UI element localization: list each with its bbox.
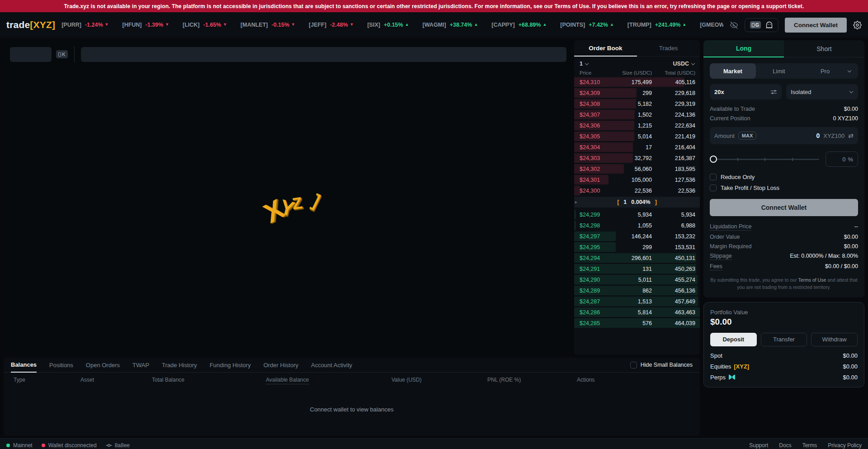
- ticker-item[interactable]: [TRUMP] +241.49% ▲: [627, 22, 686, 28]
- ticker-item[interactable]: [SIX] +0.15% ▲: [367, 22, 409, 28]
- order-type-tab[interactable]: Limit: [756, 63, 802, 79]
- market-search-input[interactable]: [10, 47, 52, 62]
- ticker-item[interactable]: [JEFF] -2.48% ▼: [309, 22, 354, 28]
- option-row[interactable]: Take Profit / Stop Loss: [710, 184, 858, 191]
- wallet-status[interactable]: Wallet disconnected: [42, 442, 97, 449]
- chart-canvas[interactable]: X Y Z ]: [4, 62, 572, 355]
- option-checkbox[interactable]: [710, 174, 717, 180]
- amount-input[interactable]: Amount MAX 0 XYZ100 ⇄: [710, 127, 858, 144]
- phantom-ghost-icon[interactable]: [765, 21, 773, 29]
- ticker-item[interactable]: [GMEOW] -0.74% ▼: [700, 22, 723, 28]
- network-status[interactable]: Mainnet: [6, 442, 33, 449]
- ticker-item[interactable]: [LICK] -1.65% ▼: [183, 22, 227, 28]
- ask-row[interactable]: $24,309 299 229,618: [574, 88, 700, 98]
- bottom-tab[interactable]: Trade History: [162, 358, 197, 373]
- side-tab[interactable]: Short: [784, 40, 864, 57]
- ticker-item[interactable]: [MANLET] -0.15% ▼: [241, 22, 295, 28]
- region-restriction-banner: Trade.xyz is not available in your regio…: [0, 0, 868, 12]
- terms-of-use-link[interactable]: Terms of Use: [798, 277, 826, 283]
- bid-row[interactable]: $24,289 862 456,136: [574, 286, 700, 295]
- hide-small-balances-toggle[interactable]: Hide Small Balances: [630, 362, 693, 369]
- bottom-tab[interactable]: Funding History: [210, 358, 251, 373]
- bottom-tab[interactable]: Balances: [11, 358, 37, 373]
- bid-row[interactable]: $24,299 5,934 5,934: [574, 210, 700, 219]
- spread-row[interactable]: ▸ [ 1 0.004% ]: [574, 197, 700, 208]
- ask-row[interactable]: $24,303 32,792 216,387: [574, 153, 700, 163]
- ask-row[interactable]: $24,305 5,014 221,419: [574, 132, 700, 141]
- bid-row[interactable]: $24,297 146,244 153,232: [574, 232, 700, 241]
- unit-value: USDC: [673, 61, 689, 67]
- chevron-down-icon[interactable]: [848, 69, 851, 72]
- percent-input[interactable]: 0 %: [826, 151, 858, 167]
- ticker-item[interactable]: [POINTS] +7.42% ▲: [560, 22, 614, 28]
- bid-total: 455,274: [652, 277, 695, 283]
- bottom-tab[interactable]: Positions: [49, 358, 73, 373]
- wallet-providers[interactable]: G: [745, 18, 778, 32]
- bottom-tabs: Balances Positions Open Orders TWAP Trad…: [4, 358, 700, 373]
- ask-row[interactable]: $24,300 22,536 22,536: [574, 186, 700, 195]
- side-tab[interactable]: Long: [703, 40, 784, 57]
- market-info-bar[interactable]: [81, 47, 566, 62]
- info-row: Current Position 0 XYZ100: [710, 115, 858, 122]
- option-row[interactable]: Reduce Only: [710, 174, 858, 180]
- max-button[interactable]: MAX: [738, 132, 756, 140]
- bid-row[interactable]: $24,287 1,513 457,649: [574, 297, 700, 306]
- ask-row[interactable]: $24,302 56,060 183,595: [574, 164, 700, 174]
- ticker-item[interactable]: [CAPPY] +68.89% ▲: [491, 22, 547, 28]
- bid-row[interactable]: $24,298 1,055 6,988: [574, 221, 700, 230]
- app-logo[interactable]: trade[XYZ]: [6, 19, 55, 30]
- footer-link[interactable]: Docs: [779, 442, 791, 449]
- order-type-tab[interactable]: Market: [710, 63, 756, 79]
- portfolio-asset-name: Spot: [710, 352, 722, 359]
- bid-price: $24,299: [580, 212, 619, 218]
- margin-mode-select[interactable]: Isolated: [786, 84, 858, 99]
- hide-small-checkbox[interactable]: [630, 362, 637, 369]
- ask-price: $24,305: [580, 133, 619, 140]
- bottom-tab[interactable]: Order History: [264, 358, 298, 373]
- connect-wallet-button[interactable]: Connect Wallet: [785, 18, 847, 33]
- bottom-tab[interactable]: Account Activity: [311, 358, 352, 373]
- ticker-item[interactable]: [WAGMI] +38.74% ▲: [423, 22, 478, 28]
- build-commit[interactable]: 8a8ee: [106, 442, 130, 449]
- bid-row[interactable]: $24,286 5,814 463,463: [574, 307, 700, 317]
- ask-row[interactable]: $24,308 5,182 229,319: [574, 99, 700, 109]
- bid-row[interactable]: $24,295 299 153,531: [574, 242, 700, 252]
- portfolio-action-button[interactable]: Deposit: [710, 333, 757, 346]
- bottom-tab[interactable]: Open Orders: [86, 358, 120, 373]
- dg-wallet-icon[interactable]: G: [750, 21, 761, 28]
- bid-row[interactable]: $24,285 576 464,039: [574, 318, 700, 328]
- grouping-select[interactable]: 1: [580, 61, 589, 67]
- table-header-label: Asset: [80, 377, 94, 383]
- ask-row[interactable]: $24,304 17 216,404: [574, 142, 700, 152]
- footer-link[interactable]: Support: [749, 442, 768, 449]
- ask-total: 216,387: [652, 155, 695, 161]
- ask-total: 22,536: [652, 188, 695, 194]
- option-checkbox[interactable]: [710, 184, 717, 191]
- bid-row[interactable]: $24,290 5,011 455,274: [574, 275, 700, 284]
- ticker-item[interactable]: [PURR] -1.24% ▼: [61, 22, 108, 28]
- bottom-tab[interactable]: TWAP: [132, 358, 149, 373]
- ask-row[interactable]: $24,310 175,499 405,116: [574, 77, 700, 87]
- ask-row[interactable]: $24,301 105,000 127,536: [574, 175, 700, 184]
- orderbook-tab[interactable]: Order Book: [574, 40, 637, 57]
- ticker-item[interactable]: [HFUN] -1.39% ▼: [122, 22, 169, 28]
- ask-row[interactable]: $24,307 1,502 224,136: [574, 110, 700, 119]
- swap-unit-icon[interactable]: ⇄: [848, 132, 854, 139]
- footer-link[interactable]: Terms: [802, 442, 817, 449]
- size-slider[interactable]: [710, 156, 819, 163]
- hide-tickers-icon[interactable]: [730, 21, 738, 29]
- settings-gear-icon[interactable]: [853, 21, 862, 29]
- detail-row: Liquidation Price --: [710, 223, 858, 231]
- order-type-tab[interactable]: Pro: [802, 63, 848, 79]
- footer-link[interactable]: Privacy Policy: [828, 442, 862, 449]
- bid-row[interactable]: $24,291 131 450,263: [574, 264, 700, 274]
- leverage-button[interactable]: 20x: [710, 84, 782, 99]
- slider-handle[interactable]: [710, 156, 717, 163]
- submit-connect-wallet-button[interactable]: Connect Wallet: [710, 199, 858, 216]
- portfolio-action-button[interactable]: Transfer: [761, 333, 807, 346]
- orderbook-tab[interactable]: Trades: [637, 40, 700, 57]
- portfolio-action-button[interactable]: Withdraw: [811, 333, 858, 346]
- bid-row[interactable]: $24,294 296,601 450,131: [574, 253, 700, 263]
- ask-row[interactable]: $24,306 1,215 222,634: [574, 121, 700, 130]
- unit-select[interactable]: USDC: [673, 61, 695, 67]
